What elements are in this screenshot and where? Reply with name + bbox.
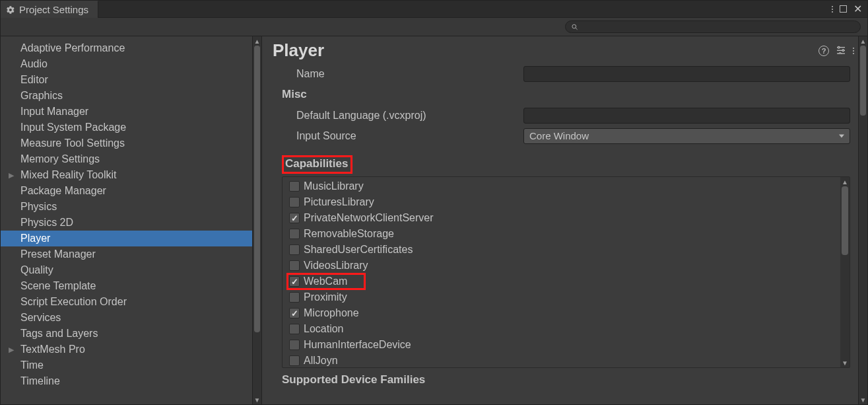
sidebar-item[interactable]: Audio bbox=[1, 56, 252, 72]
scrollbar-thumb[interactable] bbox=[254, 46, 260, 332]
scrollbar-thumb[interactable] bbox=[842, 186, 848, 255]
misc-heading: Misc bbox=[262, 84, 858, 105]
capability-checkbox[interactable] bbox=[289, 324, 300, 334]
sidebar-item-label: Timeline bbox=[20, 375, 60, 387]
main-scrollbar[interactable]: ▲ ▼ bbox=[858, 36, 867, 404]
capability-checkbox[interactable] bbox=[289, 229, 300, 239]
capability-label: VideosLibrary bbox=[304, 260, 368, 272]
chevron-right-icon[interactable]: ▶ bbox=[9, 346, 14, 354]
sidebar-item[interactable]: Adaptive Performance bbox=[1, 40, 252, 56]
scroll-up-icon[interactable]: ▲ bbox=[253, 36, 261, 46]
input-source-row: Input Source Core Window bbox=[262, 126, 858, 146]
sidebar-item-label: Scene Template bbox=[20, 280, 96, 292]
sidebar-item[interactable]: Input System Package bbox=[1, 120, 252, 135]
scrollbar-thumb[interactable] bbox=[860, 46, 866, 116]
sidebar-item[interactable]: Services bbox=[1, 310, 252, 326]
sidebar-item[interactable]: ▶Mixed Reality Toolkit bbox=[1, 167, 252, 183]
capability-checkbox[interactable] bbox=[289, 308, 300, 318]
scroll-down-icon[interactable]: ▼ bbox=[840, 358, 850, 367]
svg-point-5 bbox=[838, 46, 840, 48]
window-menu-icon[interactable] bbox=[832, 6, 833, 13]
svg-point-0 bbox=[572, 24, 576, 28]
supported-families-heading: Supported Device Families bbox=[262, 368, 858, 390]
capabilities-scrollbar[interactable]: ▲ ▼ bbox=[840, 177, 850, 367]
sidebar-item[interactable]: Physics bbox=[1, 199, 252, 215]
capability-checkbox[interactable] bbox=[289, 260, 300, 271]
scroll-down-icon[interactable]: ▼ bbox=[253, 395, 261, 404]
capability-checkbox[interactable] bbox=[289, 276, 300, 287]
main-header: Player ? bbox=[262, 36, 858, 63]
capability-label: WebCam bbox=[304, 276, 347, 287]
capabilities-heading-row: Capabilities bbox=[262, 155, 858, 176]
capability-checkbox[interactable] bbox=[289, 197, 300, 207]
sidebar-item[interactable]: Timeline bbox=[1, 373, 252, 389]
sidebar-item[interactable]: ▶TextMesh Pro bbox=[1, 342, 252, 357]
capability-row: HumanInterfaceDevice bbox=[283, 337, 840, 353]
search-field[interactable] bbox=[565, 20, 861, 33]
capability-label: Location bbox=[304, 323, 344, 335]
sidebar-item-label: Physics bbox=[20, 201, 57, 213]
name-input[interactable] bbox=[523, 66, 850, 82]
capability-label: AllJoyn bbox=[304, 355, 338, 367]
capability-checkbox[interactable] bbox=[289, 355, 300, 366]
capability-row: MusicLibrary bbox=[283, 178, 840, 194]
search-input[interactable] bbox=[583, 22, 855, 32]
capability-checkbox[interactable] bbox=[289, 181, 300, 192]
input-source-label: Input Source bbox=[282, 130, 523, 142]
help-icon[interactable]: ? bbox=[818, 46, 829, 56]
sidebar-item[interactable]: Preset Manager bbox=[1, 246, 252, 262]
sidebar-item-label: Editor bbox=[20, 74, 48, 86]
sidebar-item[interactable]: Graphics bbox=[1, 88, 252, 104]
titlebar-spacer bbox=[98, 1, 826, 17]
sidebar-item[interactable]: Input Manager bbox=[1, 104, 252, 120]
sidebar-item[interactable]: Measure Tool Settings bbox=[1, 135, 252, 151]
default-lang-row: Default Language (.vcxproj) bbox=[262, 105, 858, 126]
sidebar-item[interactable]: Physics 2D bbox=[1, 215, 252, 231]
titlebar-tab[interactable]: Project Settings bbox=[1, 1, 98, 18]
sidebar-item[interactable]: Memory Settings bbox=[1, 151, 252, 167]
sidebar-item-label: Measure Tool Settings bbox=[20, 137, 125, 149]
default-lang-input[interactable] bbox=[523, 108, 850, 124]
default-lang-label: Default Language (.vcxproj) bbox=[282, 110, 523, 122]
sidebar-item-label: Adaptive Performance bbox=[20, 42, 125, 54]
input-source-select[interactable]: Core Window bbox=[523, 128, 850, 144]
scroll-up-icon[interactable]: ▲ bbox=[840, 177, 850, 186]
sidebar-item[interactable]: Quality bbox=[1, 262, 252, 278]
capability-checkbox[interactable] bbox=[289, 292, 300, 303]
sidebar-item-label: Input Manager bbox=[20, 106, 88, 118]
sidebar-item-label: Graphics bbox=[20, 90, 63, 102]
capability-label: HumanInterfaceDevice bbox=[304, 339, 411, 351]
sidebar-item[interactable]: Script Execution Order bbox=[1, 294, 252, 310]
main: Player ? Name Misc bbox=[262, 36, 867, 404]
capability-checkbox[interactable] bbox=[289, 340, 300, 350]
sidebar-item[interactable]: Scene Template bbox=[1, 278, 252, 294]
toolbar bbox=[1, 18, 867, 36]
sidebar-item-label: Physics 2D bbox=[20, 217, 73, 229]
sidebar-item-label: Tags and Layers bbox=[20, 328, 98, 340]
close-icon[interactable]: ✕ bbox=[853, 4, 862, 15]
sidebar-item[interactable]: Player bbox=[1, 231, 252, 246]
sidebar-item-label: Preset Manager bbox=[20, 248, 96, 260]
svg-line-1 bbox=[576, 28, 577, 29]
sidebar-item[interactable]: Time bbox=[1, 357, 252, 373]
capability-row: Proximity bbox=[283, 289, 840, 305]
sidebar-scrollbar[interactable]: ▲ ▼ bbox=[252, 36, 261, 404]
chevron-right-icon[interactable]: ▶ bbox=[9, 171, 14, 180]
sidebar-item[interactable]: Package Manager bbox=[1, 183, 252, 199]
sidebar-item-label: Package Manager bbox=[20, 185, 106, 197]
sidebar-item[interactable]: Editor bbox=[1, 72, 252, 88]
capability-row: PicturesLibrary bbox=[283, 194, 840, 210]
svg-point-6 bbox=[842, 50, 844, 52]
capability-row: PrivateNetworkClientServer bbox=[283, 210, 840, 226]
capability-checkbox[interactable] bbox=[289, 213, 300, 223]
sidebar-item[interactable]: Tags and Layers bbox=[1, 326, 252, 342]
maximize-icon[interactable] bbox=[840, 5, 847, 13]
titlebar-tab-label: Project Settings bbox=[19, 4, 88, 15]
panel-menu-icon[interactable] bbox=[853, 48, 854, 54]
titlebar-controls: ✕ bbox=[826, 1, 867, 17]
scroll-down-icon[interactable]: ▼ bbox=[859, 395, 867, 404]
capability-checkbox[interactable] bbox=[289, 244, 300, 255]
scroll-up-icon[interactable]: ▲ bbox=[859, 36, 867, 46]
page-title: Player bbox=[273, 40, 324, 61]
preset-icon[interactable] bbox=[836, 45, 846, 56]
